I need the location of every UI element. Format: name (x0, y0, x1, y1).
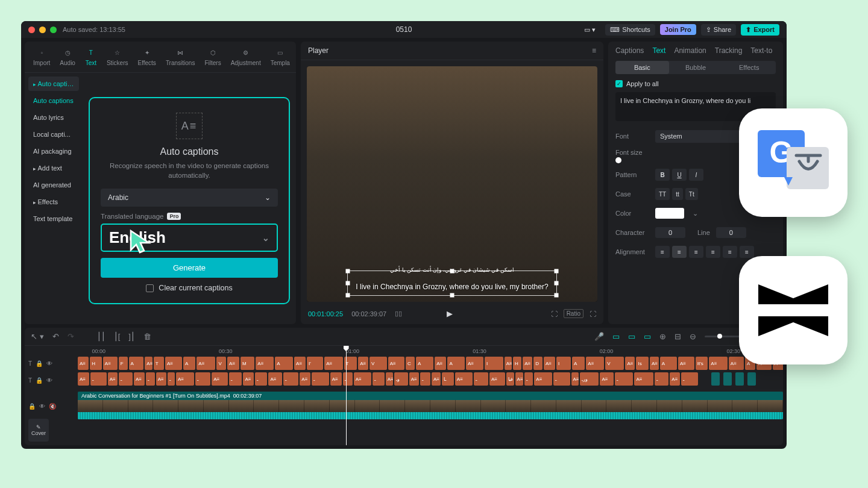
caption-clip[interactable]: ـا (442, 372, 454, 386)
caption-clip[interactable]: A (572, 357, 585, 370)
caption-clip[interactable]: A≡ (108, 372, 118, 386)
undo-icon[interactable]: ↶ (52, 332, 59, 341)
caption-clip[interactable]: A≡ (78, 372, 89, 386)
layout-icon[interactable]: ▭ ▾ (579, 24, 600, 36)
magnet-main-icon[interactable]: ▭ (612, 332, 620, 341)
subtab-effects[interactable]: Effects (722, 61, 776, 74)
caption-clip[interactable]: ـ (312, 372, 329, 386)
apply-all-checkbox[interactable]: ✓ (615, 80, 623, 87)
caption-clip[interactable]: I (556, 357, 571, 370)
caption-clip[interactable]: A (416, 357, 433, 370)
video-preview[interactable]: اسكن في شيشان في غروزني، وإن أنت تسكن يا… (307, 66, 597, 302)
caption-clip[interactable]: A≡ (571, 372, 579, 386)
align-left-button[interactable]: ≡ (655, 246, 670, 258)
subtab-bubble[interactable]: Bubble (669, 61, 723, 74)
caption-clip[interactable]: ـ (524, 372, 533, 386)
playhead[interactable] (346, 346, 347, 445)
caption-clip[interactable]: فيا (506, 372, 514, 386)
caption-clip[interactable]: V (370, 357, 387, 370)
caption-clip[interactable]: ـ (119, 372, 133, 386)
lock-icon[interactable]: 🔒 (36, 377, 43, 384)
caption-clip[interactable]: A (129, 357, 144, 370)
caption-clip[interactable]: ـ (255, 372, 268, 386)
fullscreen-icon[interactable]: ⛶ (590, 310, 596, 318)
caption-clip[interactable]: A≡ (268, 372, 282, 386)
tab-audio[interactable]: ◷Audio (56, 45, 79, 67)
split-icon[interactable]: ⎮⎮ (97, 332, 105, 341)
caption-clip[interactable]: A≡ (523, 357, 532, 370)
subtab-basic[interactable]: Basic (615, 61, 669, 74)
delete-icon[interactable]: 🗑 (143, 332, 151, 341)
tab-effects[interactable]: ✦Effects (134, 45, 159, 67)
video-track[interactable]: Arabic Conversation for Beginners #1 [Tu… (78, 392, 783, 419)
caption-clip[interactable]: A≡ (78, 357, 89, 370)
caption-clip[interactable]: A (447, 357, 464, 370)
checkbox-icon[interactable] (146, 284, 154, 292)
caption-clip[interactable]: A≡ (324, 357, 342, 370)
caption-clip[interactable]: A≡ (634, 372, 653, 386)
caption-clip[interactable]: A≡ (165, 357, 182, 370)
caption-clip[interactable]: A≡ (197, 357, 215, 370)
tab-adjustment[interactable]: ⚙Adjustment (227, 45, 265, 67)
caption-clip[interactable]: A≡ (103, 357, 118, 370)
caption-clip[interactable]: ورـ (580, 372, 599, 386)
caption-clip[interactable]: T (154, 357, 164, 370)
sidebar-item-text-template[interactable]: Text template (28, 211, 79, 226)
caption-clip[interactable]: V (605, 357, 624, 370)
sidebar-item-effects[interactable]: Effects (28, 195, 79, 209)
track-align-icon[interactable]: ⊕ (659, 332, 666, 341)
magnet-linked-icon[interactable]: ▭ (628, 332, 635, 341)
caption-clip[interactable]: F (119, 357, 128, 370)
underline-button[interactable]: U (672, 169, 687, 181)
sidebar-item-auto-lyrics[interactable]: Auto lyrics (28, 110, 79, 125)
sidebar-item-ai-generated[interactable]: AI generated (28, 178, 79, 192)
sidebar-item-auto-captions-group[interactable]: Auto captions (28, 77, 79, 91)
redo-icon[interactable]: ↷ (68, 332, 74, 341)
caption-clip[interactable]: A≡ (176, 372, 194, 386)
eye-icon[interactable]: 👁 (39, 403, 45, 410)
caption-clip[interactable]: A≡ (466, 357, 483, 370)
align-bottom-button[interactable]: ≡ (740, 246, 754, 258)
caption-clip[interactable]: A≡ (670, 372, 680, 386)
lock-icon[interactable]: 🔒 (28, 403, 36, 410)
maximize-window-button[interactable] (50, 27, 57, 33)
minimize-window-button[interactable] (39, 27, 46, 33)
cover-button[interactable]: ✎Cover (28, 419, 49, 442)
caption-clip[interactable]: ـ (168, 372, 175, 386)
zoom-out-icon[interactable]: ⊖ (690, 332, 696, 341)
caption-clip[interactable]: ـ (343, 372, 353, 386)
caption-clip[interactable]: A≡ (145, 357, 152, 370)
lock-icon[interactable]: 🔒 (36, 360, 43, 367)
caption-clip[interactable]: A≡ (388, 357, 404, 370)
caption-track-ar[interactable]: A≡ـA≡ـA≡ـA≡ـA≡ـA≡ـA≡ـA≡ـA≡ـA≡ـA≡ـA≡وـA≡ـ… (78, 372, 783, 386)
caption-clip[interactable]: ـ (655, 372, 668, 386)
caption-clip[interactable]: A≡ (625, 357, 635, 370)
caption-clip[interactable]: A (183, 357, 195, 370)
caption-clip[interactable]: A≡ (729, 357, 744, 370)
caption-clip[interactable]: A≡ (300, 372, 310, 386)
split-right-icon[interactable]: ]⎮ (128, 332, 135, 341)
caption-clip[interactable]: A≡ (534, 372, 552, 386)
caption-clip[interactable]: ـ (474, 372, 489, 386)
caption-clip[interactable]: ـ (373, 372, 384, 386)
share-button[interactable]: ⇪ Share (701, 24, 736, 36)
sidebar-item-ai-packaging[interactable]: AI packaging (28, 144, 79, 158)
timeline-tracks[interactable]: 00:00 00:30 01:00 01:30 02:00 02:30 A≡HA… (78, 346, 783, 445)
caption-clip[interactable]: H (90, 357, 102, 370)
export-button[interactable]: ⬆ Export (741, 24, 779, 36)
target-language-select[interactable]: English⌄ (101, 224, 278, 252)
shortcuts-button[interactable]: ⌨ Shortcuts (605, 24, 655, 36)
caption-clip[interactable]: D (533, 357, 542, 370)
caption-clip[interactable]: A≡ (134, 372, 145, 386)
mic-icon[interactable]: 🎤 (594, 332, 604, 341)
caption-clip[interactable]: ـ (283, 372, 298, 386)
join-pro-button[interactable]: Join Pro (660, 24, 696, 35)
caption-clip[interactable]: ـ (615, 372, 633, 386)
source-language-select[interactable]: Arabic⌄ (101, 189, 278, 207)
caption-clip[interactable]: Is (636, 357, 648, 370)
caption-clip[interactable]: A≡ (600, 372, 614, 386)
tab-import[interactable]: ▫Import (30, 45, 54, 67)
character-spacing-input[interactable]: 0 (655, 227, 685, 238)
caption-clip[interactable]: A≡ (709, 357, 728, 370)
caption-clip[interactable]: A≡ (256, 357, 274, 370)
